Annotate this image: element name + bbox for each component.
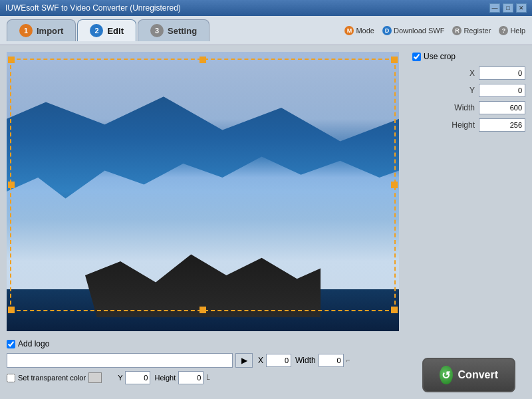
video-scene (7, 52, 399, 331)
transparent-checkbox[interactable] (7, 374, 15, 382)
cloud-layer (7, 52, 399, 164)
use-crop-row: Use crop (412, 52, 525, 61)
crop-height-row: Height (412, 118, 525, 132)
crop-height-label: Height (448, 120, 475, 130)
use-crop-label: Use crop (424, 52, 456, 61)
tab-edit-number: 2 (90, 24, 103, 37)
tab-edit-label: Edit (107, 26, 124, 36)
lock-bottom-line: L (206, 374, 210, 382)
logo-x-input[interactable] (266, 354, 291, 367)
left-panel: Add logo ▶ X Width ⌐ Set transpare (0, 45, 406, 399)
convert-label: Convert (458, 369, 498, 381)
add-logo-label: Add logo (18, 339, 49, 348)
browse-button[interactable]: ▶ (235, 353, 253, 368)
menu-help[interactable]: ? Help (499, 26, 525, 35)
mode-icon: M (344, 26, 354, 35)
logo-second-row: Set transparent color Y Height L (7, 371, 399, 384)
crop-y-label: Y (448, 86, 475, 95)
color-swatch[interactable] (88, 372, 102, 383)
use-crop-checkbox-label[interactable]: Use crop (412, 52, 456, 61)
logo-y-input[interactable] (125, 371, 150, 384)
logo-height-label: Height (154, 374, 176, 382)
crop-height-input[interactable] (479, 118, 525, 132)
tab-import-number: 1 (19, 24, 33, 37)
logo-y-label: Y (118, 374, 122, 382)
convert-button[interactable]: ↺ Convert (422, 358, 515, 392)
crop-width-label: Width (448, 103, 475, 112)
crop-section: Use crop X Y Width Height (412, 52, 525, 136)
tab-setting[interactable]: 3 Setting (138, 19, 209, 41)
help-icon: ? (499, 26, 508, 35)
use-crop-checkbox[interactable] (412, 53, 421, 61)
crop-x-input[interactable] (479, 66, 525, 80)
window-title: IUWEsoft SWF to Video Converter (Unregis… (5, 3, 181, 13)
lock-icon-container: ⌐ (346, 356, 350, 364)
window-controls: — □ ✕ (489, 3, 527, 13)
logo-section: Add logo ▶ X Width ⌐ Set transpare (7, 336, 399, 384)
crop-width-row: Width (412, 101, 525, 114)
add-logo-checkbox-label[interactable]: Add logo (7, 339, 49, 348)
tab-edit[interactable]: 2 Edit (77, 19, 136, 41)
lock-top-line: ⌐ (346, 356, 350, 364)
help-label: Help (510, 27, 525, 35)
lock-icon-right: L (206, 374, 210, 382)
convert-icon-symbol: ↺ (442, 369, 450, 382)
tab-import-label: Import (37, 26, 63, 36)
video-area (7, 52, 399, 331)
register-label: Register (464, 27, 491, 35)
add-logo-checkbox[interactable] (7, 340, 15, 348)
main-content: Add logo ▶ X Width ⌐ Set transpare (0, 45, 532, 399)
logo-width-input[interactable] (319, 354, 344, 367)
top-menu: M Mode D Download SWF R Register ? Help (344, 26, 525, 35)
transparent-label: Set transparent color (18, 374, 86, 382)
tab-import[interactable]: 1 Import (7, 19, 76, 41)
logo-x-label: X (258, 356, 263, 365)
convert-icon: ↺ (440, 366, 453, 384)
crop-y-row: Y (412, 84, 525, 97)
logo-height-input[interactable] (178, 371, 203, 384)
close-button[interactable]: ✕ (516, 3, 527, 13)
mode-label: Mode (356, 27, 374, 35)
crop-y-input[interactable] (479, 84, 525, 97)
tab-setting-label: Setting (168, 26, 197, 36)
video-placeholder (7, 52, 399, 331)
register-icon: R (452, 26, 462, 35)
convert-section: ↺ Convert (412, 141, 525, 392)
download-label: Download SWF (394, 27, 444, 35)
minimize-button[interactable]: — (489, 3, 500, 13)
menu-mode[interactable]: M Mode (344, 26, 374, 35)
download-icon: D (382, 26, 392, 35)
maximize-button[interactable]: □ (503, 3, 513, 13)
title-bar: IUWEsoft SWF to Video Converter (Unregis… (0, 0, 532, 16)
toolbar: 1 Import 2 Edit 3 Setting M Mode D Downl… (0, 16, 532, 45)
logo-input-row: ▶ X Width ⌐ (7, 353, 399, 368)
add-logo-row: Add logo (7, 336, 399, 351)
crop-x-row: X (412, 66, 525, 80)
right-panel: Use crop X Y Width Height (406, 45, 532, 399)
transparent-checkbox-label[interactable]: Set transparent color (7, 374, 86, 382)
menu-download[interactable]: D Download SWF (382, 26, 444, 35)
logo-path-input[interactable] (7, 353, 233, 368)
crop-x-label: X (448, 68, 475, 78)
logo-width-label: Width (295, 356, 316, 365)
menu-register[interactable]: R Register (452, 26, 491, 35)
browse-icon: ▶ (241, 356, 247, 365)
crop-width-input[interactable] (479, 101, 525, 114)
tab-list: 1 Import 2 Edit 3 Setting (7, 19, 344, 41)
tab-setting-number: 3 (150, 24, 164, 37)
